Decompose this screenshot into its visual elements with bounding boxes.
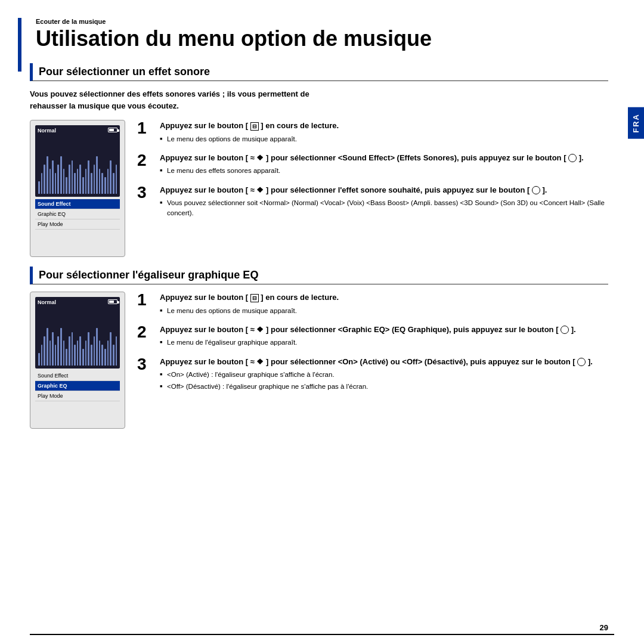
s2-step2-content: Appuyez sur le bouton [ ≈ ❖ ] pour sélec… — [160, 324, 608, 350]
s2-step3-number: 3 — [137, 356, 155, 373]
device2-battery — [108, 299, 117, 304]
device-mockup-1: Normal Sound Effect Graphic EQ Play Mode — [30, 120, 125, 257]
s2-step1-number: 1 — [137, 292, 155, 308]
page-number: 29 — [600, 623, 608, 632]
section1-content: Normal Sound Effect Graphic EQ Play Mode — [30, 120, 608, 257]
section1-block: Pour sélectionner un effet sonore Vous p… — [30, 63, 608, 257]
device-screen-1: Normal — [35, 125, 120, 197]
step2-main: Appuyez sur le bouton [ ≈ ❖ ] pour sélec… — [160, 152, 608, 164]
section2-content: Normal Sound Effect Graphic EQ Play Mode… — [30, 292, 608, 429]
step1-bullet1: Le menu des options de musique apparaît. — [160, 134, 608, 144]
device2-menu-item-0: Sound Effect — [35, 371, 120, 381]
device-mockup-2: Normal Sound Effect Graphic EQ Play Mode — [30, 292, 125, 429]
s2-step1-content: Appuyez sur le bouton [ ⊟ ] en cours de … — [160, 292, 608, 318]
fra-tab: FRA — [628, 107, 644, 139]
section1-intro: Vous pouvez sélectionner des effets sono… — [30, 88, 608, 112]
s2-step1-main: Appuyez sur le bouton [ ⊟ ] en cours de … — [160, 292, 608, 304]
section2-block: Pour sélectionner l'égaliseur graphique … — [30, 267, 608, 429]
device1-menu-item-0: Sound Effect — [35, 199, 120, 209]
s2-step2-main: Appuyez sur le bouton [ ≈ ❖ ] pour sélec… — [160, 324, 608, 336]
device1-normal-label: Normal — [38, 128, 56, 134]
device1-battery — [108, 128, 117, 132]
device-screen-2: Normal — [35, 297, 120, 369]
section2-steps: 1 Appuyez sur le bouton [ ⊟ ] en cours d… — [137, 292, 608, 429]
step1-content: Appuyez sur le bouton [ ⊟ ] en cours de … — [160, 120, 608, 146]
section1-steps: 1 Appuyez sur le bouton [ ⊟ ] en cours d… — [137, 120, 608, 257]
device2-normal-label: Normal — [38, 299, 56, 305]
s2-step2-bullet1: Le menu de l'égaliseur graphique apparaî… — [160, 338, 608, 348]
device1-menu-item-1: Graphic EQ — [35, 209, 120, 219]
section1-step3: 3 Appuyez sur le bouton [ ≈ ❖ ] pour sél… — [137, 184, 608, 221]
section2-step1: 1 Appuyez sur le bouton [ ⊟ ] en cours d… — [137, 292, 608, 318]
section2-step3: 3 Appuyez sur le bouton [ ≈ ❖ ] pour sél… — [137, 356, 608, 394]
s2-step3-main: Appuyez sur le bouton [ ≈ ❖ ] pour sélec… — [160, 356, 608, 368]
device2-menu-item-2: Play Mode — [35, 391, 120, 401]
step3-bullet1: Vous pouvez sélectionner soit <Normal> (… — [160, 198, 608, 219]
eq-bars-1 — [38, 146, 117, 194]
device1-menu-item-2: Play Mode — [35, 219, 120, 230]
eq-bars-2 — [38, 318, 117, 366]
s2-step1-bullet1: Le menu des options de musique apparaît. — [160, 306, 608, 316]
s2-step3-bullet2: <Off> (Désactivé) : l'égaliseur graphiqu… — [160, 382, 608, 392]
device1-menu: Sound Effect Graphic EQ Play Mode — [35, 199, 120, 230]
bottom-line — [30, 634, 614, 635]
step1-main: Appuyez sur le bouton [ ⊟ ] en cours de … — [160, 120, 608, 132]
s2-step3-content: Appuyez sur le bouton [ ≈ ❖ ] pour sélec… — [160, 356, 608, 394]
step1-number: 1 — [137, 120, 155, 137]
step3-content: Appuyez sur le bouton [ ≈ ❖ ] pour sélec… — [160, 184, 608, 221]
device2-menu: Sound Effect Graphic EQ Play Mode — [35, 371, 120, 401]
step2-number: 2 — [137, 152, 155, 169]
section1-step2: 2 Appuyez sur le bouton [ ≈ ❖ ] pour sél… — [137, 152, 608, 178]
section-label: Ecouter de la musique — [36, 18, 608, 25]
s2-step2-number: 2 — [137, 324, 155, 340]
section2-step2: 2 Appuyez sur le bouton [ ≈ ❖ ] pour sél… — [137, 324, 608, 350]
main-title: Utilisation du menu option de musique — [36, 26, 608, 51]
s2-step3-bullet1: <On> (Activé) : l'égaliseur graphique s'… — [160, 370, 608, 380]
device2-menu-item-1: Graphic EQ — [35, 381, 120, 391]
step2-content: Appuyez sur le bouton [ ≈ ❖ ] pour sélec… — [160, 152, 608, 178]
section1-step1: 1 Appuyez sur le bouton [ ⊟ ] en cours d… — [137, 120, 608, 146]
section2-heading: Pour sélectionner l'égaliseur graphique … — [30, 267, 608, 284]
step3-number: 3 — [137, 184, 155, 201]
section1-heading: Pour sélectionner un effet sonore — [30, 63, 608, 81]
step2-bullet1: Le menu des effets sonores apparaît. — [160, 166, 608, 176]
page-container: FRA Ecouter de la musique Utilisation du… — [0, 0, 644, 644]
step3-main: Appuyez sur le bouton [ ≈ ❖ ] pour sélec… — [160, 184, 608, 196]
